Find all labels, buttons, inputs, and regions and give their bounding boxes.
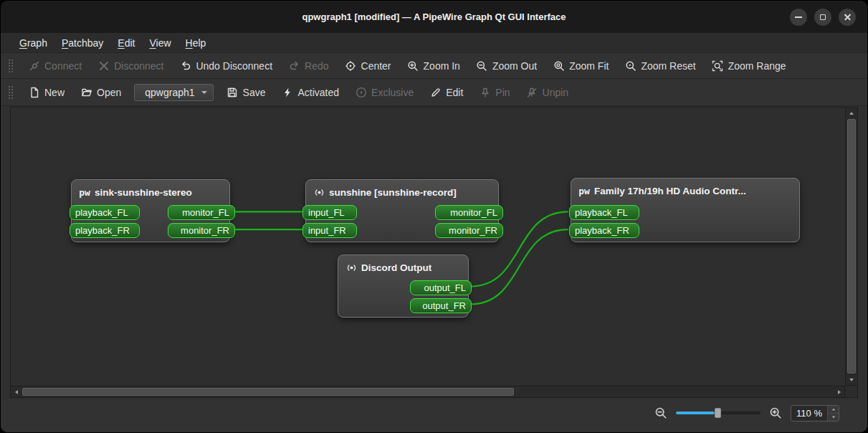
port-output_FR[interactable]: output_FR <box>410 298 472 313</box>
status-zoom-in-icon[interactable] <box>769 406 782 419</box>
exclusive-button[interactable]: Exclusive <box>348 82 421 102</box>
zoom-out-icon <box>476 60 488 72</box>
menu-patchbay[interactable]: Patchbay <box>54 35 110 51</box>
scroll-left-icon <box>15 390 18 394</box>
redo-label: Redo <box>305 60 328 72</box>
zoom-in-label: Zoom In <box>424 60 460 72</box>
zoom-fit-button[interactable]: Zoom Fit <box>545 56 616 75</box>
pin-icon <box>479 86 491 98</box>
zoom-out-button[interactable]: Zoom Out <box>469 56 544 75</box>
port-monitor_FR[interactable]: monitor_FR <box>435 223 503 238</box>
vertical-scrollbar[interactable] <box>845 107 858 386</box>
scroll-left-button[interactable] <box>11 386 22 397</box>
port-playback_FL[interactable]: playback_FL <box>70 205 140 220</box>
pipewire-icon: pw <box>79 186 90 198</box>
titlebar[interactable]: qpwgraph1 [modified] — A PipeWire Graph … <box>1 1 867 33</box>
new-button[interactable]: New <box>21 82 72 102</box>
undo-disconnect-button[interactable]: Undo Disconnect <box>172 56 280 75</box>
new-label: New <box>44 87 65 98</box>
zoom-reset-icon <box>624 60 636 72</box>
scroll-right-button[interactable] <box>834 386 844 397</box>
scroll-down-button[interactable] <box>846 374 857 385</box>
pencil-icon <box>429 86 442 98</box>
status-zoom-out-icon[interactable] <box>654 406 667 419</box>
port-input_FR[interactable]: input_FR <box>302 223 357 238</box>
zoom-reset-button[interactable]: Zoom Reset <box>617 56 702 75</box>
app-window: qpwgraph1 [modified] — A PipeWire Graph … <box>0 0 868 433</box>
close-button[interactable] <box>839 9 856 26</box>
port-playback_FR[interactable]: playback_FR <box>70 223 140 238</box>
open-folder-icon <box>80 86 92 98</box>
toolbar-grip[interactable] <box>8 85 14 100</box>
menu-edit[interactable]: Edit <box>110 35 142 51</box>
vertical-scrollbar-thumb[interactable] <box>847 119 856 373</box>
node-title: Discord Output <box>361 262 431 273</box>
close-icon <box>844 13 852 21</box>
activated-button[interactable]: Activated <box>274 82 346 102</box>
disconnect-label: Disconnect <box>114 60 163 72</box>
port-monitor_FL[interactable]: monitor_FL <box>435 205 503 220</box>
connections-svg <box>11 108 845 386</box>
maximize-button[interactable] <box>814 9 831 26</box>
disconnect-icon <box>97 60 110 72</box>
menu-view[interactable]: View <box>142 35 178 51</box>
minimize-button[interactable] <box>790 9 807 26</box>
port-playback_FR[interactable]: playback_FR <box>569 223 639 238</box>
zoom-range-icon <box>712 60 724 72</box>
patchbay-toolbar: New Open qpwgraph1 Save Activated Exclus… <box>1 79 867 106</box>
menu-graph[interactable]: Graph <box>12 35 54 51</box>
minimize-icon <box>795 16 802 18</box>
graph-view: pwsink-sunshine-stereoplayback_FLplaybac… <box>1 106 867 399</box>
disconnect-button[interactable]: Disconnect <box>90 56 171 75</box>
open-button[interactable]: Open <box>73 82 128 102</box>
zoom-slider-handle[interactable] <box>715 408 721 418</box>
zoom-spinbox-value[interactable]: 110 % <box>791 406 827 421</box>
zoom-fit-icon <box>553 60 565 72</box>
zoom-out-label: Zoom Out <box>492 60 537 72</box>
port-monitor_FL[interactable]: monitor_FL <box>168 205 235 220</box>
lightning-icon <box>281 86 293 98</box>
undo-disconnect-label: Undo Disconnect <box>196 60 272 72</box>
menubar: Graph Patchbay Edit View Help <box>1 33 867 53</box>
node-title: Family 17h/19h HD Audio Contr... <box>594 186 746 196</box>
unpin-button[interactable]: Unpin <box>519 82 576 102</box>
toolbar-grip[interactable] <box>8 59 14 73</box>
scroll-up-button[interactable] <box>846 108 857 118</box>
port-output_FL[interactable]: output_FL <box>410 280 472 295</box>
connect-button[interactable]: Connect <box>21 56 89 75</box>
record-icon <box>345 262 357 273</box>
record-icon <box>313 186 325 198</box>
zoom-spin-down-button[interactable] <box>828 413 839 421</box>
exclusive-label: Exclusive <box>371 87 414 98</box>
scroll-down-icon <box>849 379 854 381</box>
pin-button[interactable]: Pin <box>472 82 517 102</box>
edit-button[interactable]: Edit <box>422 82 470 102</box>
center-button[interactable]: Center <box>338 56 399 75</box>
graph-toolbar: Connect Disconnect Undo Disconnect Redo … <box>1 53 867 79</box>
zoom-in-button[interactable]: Zoom In <box>400 56 467 75</box>
patchbay-selector[interactable]: qpwgraph1 <box>134 84 213 101</box>
horizontal-scrollbar-thumb[interactable] <box>22 388 514 396</box>
pipewire-icon: pw <box>578 185 590 196</box>
scrollbar-corner <box>845 386 858 398</box>
zoom-spinbox[interactable]: 110 % <box>791 405 839 422</box>
patchbay-selector-value: qpwgraph1 <box>145 87 194 98</box>
pin-label: Pin <box>495 87 510 98</box>
graph-canvas[interactable]: pwsink-sunshine-stereoplayback_FLplaybac… <box>10 107 845 386</box>
horizontal-scrollbar[interactable] <box>10 386 845 398</box>
zoom-range-button[interactable]: Zoom Range <box>705 56 793 75</box>
chevron-down-icon <box>201 91 207 94</box>
port-input_FL[interactable]: input_FL <box>302 205 357 220</box>
center-icon <box>345 60 357 72</box>
port-monitor_FR[interactable]: monitor_FR <box>168 223 235 238</box>
zoom-spin-up-button[interactable] <box>828 406 839 413</box>
node-title: sink-sunshine-stereo <box>95 187 192 198</box>
redo-icon <box>288 60 300 72</box>
window-title: qpwgraph1 [modified] — A PipeWire Graph … <box>302 11 566 22</box>
redo-button[interactable]: Redo <box>281 56 335 75</box>
zoom-slider[interactable] <box>676 405 760 421</box>
port-playback_FL[interactable]: playback_FL <box>569 205 639 220</box>
menu-help[interactable]: Help <box>178 35 214 51</box>
save-button[interactable]: Save <box>219 82 273 102</box>
open-label: Open <box>97 87 121 98</box>
